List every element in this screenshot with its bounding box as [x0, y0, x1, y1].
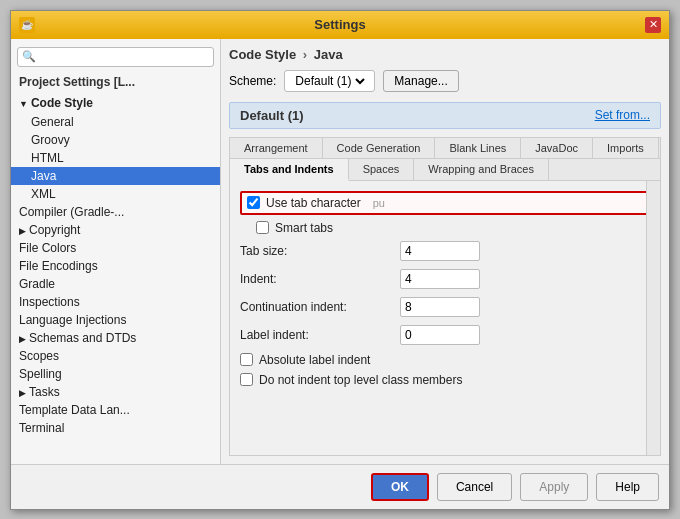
indent-input[interactable]: [400, 269, 480, 289]
breadcrumb-separator: ›: [303, 47, 307, 62]
label-indent-input[interactable]: [400, 325, 480, 345]
sidebar-item-gradle[interactable]: Gradle: [11, 275, 220, 293]
window-title: Settings: [35, 17, 645, 32]
smart-tabs-checkbox[interactable]: [256, 221, 269, 234]
tabs-container: Arrangement Code Generation Blank Lines …: [229, 137, 661, 456]
sidebar-item-template-data[interactable]: Template Data Lan...: [11, 401, 220, 419]
apply-button[interactable]: Apply: [520, 473, 588, 501]
app-icon: ☕: [19, 17, 35, 33]
tab-wrapping-braces[interactable]: Wrapping and Braces: [414, 159, 549, 180]
sidebar-item-copyright[interactable]: ▶Copyright: [11, 221, 220, 239]
sidebar-item-java[interactable]: Java: [11, 167, 220, 185]
sidebar-item-xml[interactable]: XML: [11, 185, 220, 203]
close-button[interactable]: ✕: [645, 17, 661, 33]
sidebar-item-general[interactable]: General: [11, 113, 220, 131]
sidebar: 🔍 Project Settings [L... ▼Code Style Gen…: [11, 39, 221, 464]
sidebar-item-groovy[interactable]: Groovy: [11, 131, 220, 149]
sidebar-item-code-style[interactable]: ▼Code Style: [11, 93, 220, 113]
use-tab-character-checkbox[interactable]: [247, 196, 260, 209]
set-from-link[interactable]: Set from...: [595, 108, 650, 122]
sidebar-item-compiler[interactable]: Compiler (Gradle-...: [11, 203, 220, 221]
scheme-dropdown[interactable]: Default (1): [291, 73, 368, 89]
absolute-label-indent-checkbox[interactable]: [240, 353, 253, 366]
help-button[interactable]: Help: [596, 473, 659, 501]
indent-label: Indent:: [240, 272, 400, 286]
continuation-indent-label: Continuation indent:: [240, 300, 400, 314]
tab-imports[interactable]: Imports: [593, 138, 659, 158]
breadcrumb-part1: Code Style: [229, 47, 296, 62]
pu-indicator: pu: [373, 197, 385, 209]
scheme-label: Scheme:: [229, 74, 276, 88]
cancel-button[interactable]: Cancel: [437, 473, 512, 501]
sidebar-item-terminal[interactable]: Terminal: [11, 419, 220, 437]
label-indent-row: Label indent:: [240, 325, 650, 345]
manage-button[interactable]: Manage...: [383, 70, 458, 92]
search-icon: 🔍: [22, 50, 36, 63]
no-indent-top-row: Do not indent top level class members: [240, 373, 650, 387]
tab-size-row: Tab size:: [240, 241, 650, 261]
main-panel: Code Style › Java Scheme: Default (1) Ma…: [221, 39, 669, 464]
tab-size-input[interactable]: [400, 241, 480, 261]
title-bar: ☕ Settings ✕: [11, 11, 669, 39]
tab-arrangement[interactable]: Arrangement: [230, 138, 323, 158]
search-input[interactable]: [38, 50, 209, 64]
sidebar-item-inspections[interactable]: Inspections: [11, 293, 220, 311]
tab-blank-lines[interactable]: Blank Lines: [435, 138, 521, 158]
indent-row: Indent:: [240, 269, 650, 289]
tab-size-label: Tab size:: [240, 244, 400, 258]
sidebar-item-html[interactable]: HTML: [11, 149, 220, 167]
expand-icon: ▶: [19, 334, 26, 344]
breadcrumb-part2: Java: [314, 47, 343, 62]
expand-icon: ▼: [19, 99, 28, 109]
smart-tabs-label[interactable]: Smart tabs: [275, 221, 333, 235]
content-area: 🔍 Project Settings [L... ▼Code Style Gen…: [11, 39, 669, 464]
no-indent-top-checkbox[interactable]: [240, 373, 253, 386]
tabs-row-2: Tabs and Indents Spaces Wrapping and Bra…: [230, 159, 660, 181]
tab-code-generation[interactable]: Code Generation: [323, 138, 436, 158]
tab-javadoc[interactable]: JavaDoc: [521, 138, 593, 158]
sidebar-item-scopes[interactable]: Scopes: [11, 347, 220, 365]
use-tab-character-row: Use tab character pu: [240, 191, 650, 215]
scheme-row: Scheme: Default (1) Manage...: [229, 70, 661, 92]
sidebar-item-schemas-dtds[interactable]: ▶Schemas and DTDs: [11, 329, 220, 347]
project-label: Project Settings [L...: [11, 71, 220, 93]
expand-icon: ▶: [19, 388, 26, 398]
label-indent-label: Label indent:: [240, 328, 400, 342]
bottom-buttons: OK Cancel Apply Help: [11, 464, 669, 509]
scrollbar[interactable]: [646, 181, 660, 455]
sidebar-item-tasks[interactable]: ▶Tasks: [11, 383, 220, 401]
settings-window: ☕ Settings ✕ 🔍 Project Settings [L... ▼C…: [10, 10, 670, 510]
smart-tabs-row: Smart tabs: [256, 221, 650, 235]
breadcrumb: Code Style › Java: [229, 47, 661, 62]
expand-icon: ▶: [19, 226, 26, 236]
ok-button[interactable]: OK: [371, 473, 429, 501]
absolute-label-indent-label[interactable]: Absolute label indent: [259, 353, 370, 367]
continuation-indent-row: Continuation indent:: [240, 297, 650, 317]
sidebar-item-file-colors[interactable]: File Colors: [11, 239, 220, 257]
tab-spaces[interactable]: Spaces: [349, 159, 415, 180]
use-tab-character-label[interactable]: Use tab character: [266, 196, 361, 210]
tab-content: Use tab character pu Smart tabs Tab size…: [230, 181, 660, 455]
search-box[interactable]: 🔍: [17, 47, 214, 67]
default-bar-label: Default (1): [240, 108, 304, 123]
sidebar-item-language-injections[interactable]: Language Injections: [11, 311, 220, 329]
tab-tabs-indents[interactable]: Tabs and Indents: [230, 159, 349, 181]
no-indent-top-label[interactable]: Do not indent top level class members: [259, 373, 462, 387]
continuation-indent-input[interactable]: [400, 297, 480, 317]
absolute-label-indent-row: Absolute label indent: [240, 353, 650, 367]
sidebar-item-spelling[interactable]: Spelling: [11, 365, 220, 383]
scheme-select[interactable]: Default (1): [284, 70, 375, 92]
sidebar-item-file-encodings[interactable]: File Encodings: [11, 257, 220, 275]
tabs-row-1: Arrangement Code Generation Blank Lines …: [230, 138, 660, 159]
default-bar: Default (1) Set from...: [229, 102, 661, 129]
